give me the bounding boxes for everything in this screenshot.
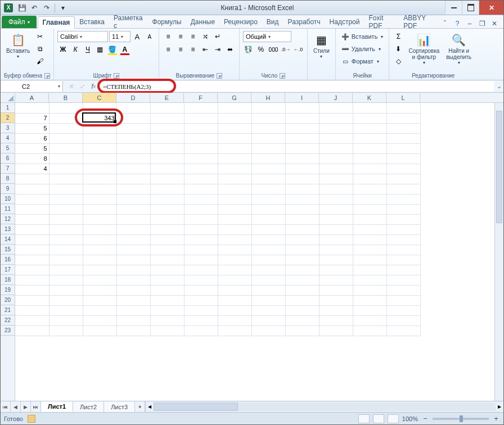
cell-A2[interactable]: 7 <box>15 113 49 123</box>
cell-C22[interactable] <box>83 315 116 325</box>
select-all-button[interactable] <box>1 93 15 103</box>
fill-color-button[interactable]: 🪣 <box>107 44 118 55</box>
column-header-E[interactable]: E <box>150 93 184 102</box>
cell-H10[interactable] <box>251 194 285 204</box>
cell-B16[interactable] <box>49 255 83 265</box>
cell-J9[interactable] <box>319 184 353 194</box>
cell-C2[interactable]: 343 <box>83 113 116 123</box>
cell-I11[interactable] <box>285 204 319 214</box>
cell-G17[interactable] <box>218 265 251 275</box>
cell-A1[interactable] <box>15 103 49 113</box>
sheet-nav-first[interactable]: ⏮ <box>1 401 11 412</box>
cell-E7[interactable] <box>150 164 184 174</box>
cell-I10[interactable] <box>285 194 319 204</box>
cell-B22[interactable] <box>49 315 83 325</box>
cell-E2[interactable] <box>150 113 184 123</box>
cell-B23[interactable] <box>49 325 83 336</box>
cell-G20[interactable] <box>218 295 251 305</box>
tab-foxit-pdf[interactable]: Foxit PDF <box>364 16 399 28</box>
cell-D11[interactable] <box>116 204 150 214</box>
cell-B5[interactable] <box>49 143 83 153</box>
row-header-23[interactable]: 23 <box>1 325 15 336</box>
cell-K14[interactable] <box>353 234 386 245</box>
row-header-9[interactable]: 9 <box>1 184 15 194</box>
cell-E20[interactable] <box>150 295 184 305</box>
alignment-dialog-launcher[interactable] <box>217 73 222 79</box>
cell-D4[interactable] <box>116 133 150 143</box>
cell-C17[interactable] <box>83 265 116 275</box>
cell-F15[interactable] <box>184 245 218 255</box>
cell-F21[interactable] <box>184 305 218 315</box>
cell-K4[interactable] <box>353 133 386 143</box>
cell-G15[interactable] <box>218 245 251 255</box>
save-icon[interactable]: 💾 <box>17 3 26 12</box>
cell-G16[interactable] <box>218 255 251 265</box>
sheet-tab-1[interactable]: Лист1 <box>41 401 73 412</box>
row-header-6[interactable]: 6 <box>1 153 15 164</box>
cell-E9[interactable] <box>150 184 184 194</box>
row-header-22[interactable]: 22 <box>1 315 15 325</box>
row-header-12[interactable]: 12 <box>1 214 15 224</box>
cell-K7[interactable] <box>353 164 386 174</box>
cell-I20[interactable] <box>285 295 319 305</box>
cell-E21[interactable] <box>150 305 184 315</box>
cell-L12[interactable] <box>386 214 420 224</box>
name-box-input[interactable] <box>3 83 48 90</box>
cell-H2[interactable] <box>251 113 285 123</box>
cell-J13[interactable] <box>319 224 353 234</box>
view-normal-button[interactable] <box>358 414 370 423</box>
cell-H20[interactable] <box>251 295 285 305</box>
cell-L14[interactable] <box>386 234 420 245</box>
cell-H23[interactable] <box>251 325 285 336</box>
cell-F23[interactable] <box>184 325 218 336</box>
cell-I23[interactable] <box>285 325 319 336</box>
cell-H22[interactable] <box>251 315 285 325</box>
hscroll-left[interactable]: ◀ <box>146 401 154 412</box>
cell-A17[interactable] <box>15 265 49 275</box>
number-dialog-launcher[interactable] <box>280 73 285 79</box>
row-header-1[interactable]: 1 <box>1 103 15 113</box>
cell-C1[interactable] <box>83 103 116 113</box>
help-icon[interactable]: ? <box>453 19 462 28</box>
cell-K9[interactable] <box>353 184 386 194</box>
cell-F1[interactable] <box>184 103 218 113</box>
cell-F22[interactable] <box>184 315 218 325</box>
tab-file[interactable]: Файл▾ <box>2 16 37 28</box>
cell-L10[interactable] <box>386 194 420 204</box>
window-maximize-button[interactable] <box>462 1 479 15</box>
cell-C20[interactable] <box>83 295 116 305</box>
minimize-ribbon-icon[interactable]: ˇ <box>440 19 449 28</box>
cell-K5[interactable] <box>353 143 386 153</box>
cell-H19[interactable] <box>251 285 285 295</box>
cell-A6[interactable]: 8 <box>15 153 49 164</box>
cell-D22[interactable] <box>116 315 150 325</box>
cell-F4[interactable] <box>184 133 218 143</box>
cell-K13[interactable] <box>353 224 386 234</box>
cell-I22[interactable] <box>285 315 319 325</box>
clear-icon[interactable]: ◇ <box>393 56 404 67</box>
column-header-I[interactable]: I <box>285 93 319 102</box>
cell-K1[interactable] <box>353 103 386 113</box>
cell-J23[interactable] <box>319 325 353 336</box>
cell-I8[interactable] <box>285 174 319 184</box>
cell-K3[interactable] <box>353 123 386 133</box>
cell-styles-button[interactable]: ▦ Стили ▾ <box>311 31 332 60</box>
column-header-J[interactable]: J <box>319 93 353 102</box>
cell-L13[interactable] <box>386 224 420 234</box>
column-header-G[interactable]: G <box>218 93 251 102</box>
zoom-out-button[interactable]: − <box>421 414 429 423</box>
row-header-21[interactable]: 21 <box>1 305 15 315</box>
cell-I15[interactable] <box>285 245 319 255</box>
cell-B15[interactable] <box>49 245 83 255</box>
macro-record-icon[interactable] <box>28 415 35 423</box>
cell-L3[interactable] <box>386 123 420 133</box>
grow-font-icon[interactable]: A <box>132 31 143 42</box>
cell-F8[interactable] <box>184 174 218 184</box>
align-right-icon[interactable]: ≡ <box>187 44 199 55</box>
cut-icon[interactable]: ✂ <box>34 31 46 42</box>
zoom-slider-handle[interactable] <box>460 415 463 422</box>
cell-C11[interactable] <box>83 204 116 214</box>
cell-E8[interactable] <box>150 174 184 184</box>
cell-K22[interactable] <box>353 315 386 325</box>
row-header-13[interactable]: 13 <box>1 224 15 234</box>
